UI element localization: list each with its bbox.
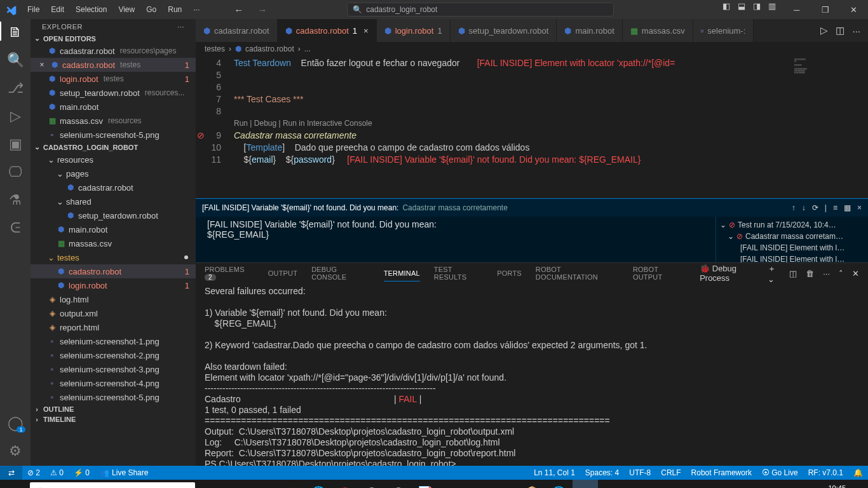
tab-problems[interactable]: PROBLEMS 2	[205, 262, 254, 285]
menu-file[interactable]: File	[22, 3, 44, 17]
open-editor-item[interactable]: ×⬢cadastro.robottestes1	[31, 58, 196, 72]
remote-explorer-icon[interactable]: 🖵	[8, 164, 22, 180]
app-icon[interactable]: ◎	[199, 480, 224, 488]
accounts-icon[interactable]: ◯1	[8, 415, 24, 431]
file-cadastrar[interactable]: ⬢cadastrar.robot	[31, 180, 196, 194]
tab-output[interactable]: OUTPUT	[268, 266, 297, 281]
status-ports[interactable]: ⚡ 0	[69, 468, 95, 477]
menu-run[interactable]: Run	[163, 3, 187, 17]
app-icon[interactable]: ◆	[466, 480, 491, 488]
debug-process-button[interactable]: 🐞 Debug Process	[700, 264, 759, 283]
app-icon[interactable]: ⬤	[386, 480, 411, 488]
folder-testes[interactable]: ⌄testes	[31, 250, 196, 264]
app-icon[interactable]: ▶	[439, 480, 465, 488]
tab-robot-doc[interactable]: ROBOT DOCUMENTATION	[536, 262, 619, 285]
menu-more[interactable]: ···	[188, 3, 205, 17]
file-cadastro[interactable]: ⬢cadastro.robot1	[31, 264, 196, 278]
outline-section[interactable]: ›OUTLINE	[31, 404, 196, 414]
peek-up-icon[interactable]: ↑	[792, 203, 796, 212]
maximize-icon[interactable]: ❐	[811, 1, 839, 18]
back-icon[interactable]: ←	[230, 2, 247, 18]
split-icon[interactable]: ◫	[836, 25, 844, 36]
robot-icon[interactable]: ᕮ	[10, 220, 20, 236]
search-icon[interactable]: 🔍	[7, 52, 24, 69]
open-editor-item[interactable]: ⬢setup_teardown.robotresources...	[31, 86, 196, 100]
menu-go[interactable]: Go	[141, 3, 161, 17]
tab-main[interactable]: ⬢main.robot	[557, 19, 622, 42]
status-eol[interactable]: CRLF	[656, 468, 686, 477]
tab-setup[interactable]: ⬢setup_teardown.robot	[451, 19, 557, 42]
split-terminal-icon[interactable]: ◫	[789, 269, 797, 278]
peek-refresh-icon[interactable]: ⟳	[812, 203, 818, 212]
tray-clock[interactable]: 10:4515/07/2024	[811, 484, 846, 488]
file-main[interactable]: ⬢main.robot	[31, 222, 196, 236]
status-errors[interactable]: ⊘ 2	[22, 468, 45, 477]
app-icon[interactable]: ◯	[332, 480, 358, 488]
layout-panel-right-icon[interactable]: ◨	[753, 1, 761, 18]
app-icon[interactable]: 🌐	[306, 480, 331, 488]
status-golive[interactable]: ⦿ Go Live	[757, 468, 803, 477]
file-screenshot[interactable]: ▫selenium-screenshot-3.png	[31, 362, 196, 376]
app-icon[interactable]: ◑	[226, 480, 251, 488]
breadcrumb[interactable]: testes› ⬢cadastro.robot› ...	[196, 42, 868, 56]
remote-button[interactable]: ⇄	[0, 466, 22, 480]
panel-maximize-icon[interactable]: ˄	[839, 269, 843, 278]
open-editor-item[interactable]: ▦massas.csvresources	[31, 114, 196, 128]
app-icon[interactable]: 📁	[279, 480, 304, 488]
tab-test-results[interactable]: TEST RESULTS	[434, 262, 483, 285]
code-editor[interactable]: 456 78 91011 Test Teardown Então fazer l…	[196, 56, 868, 198]
peek-down-icon[interactable]: ↓	[802, 203, 806, 212]
file-login[interactable]: ⬢login.robot1	[31, 278, 196, 292]
app-icon[interactable]: R	[492, 480, 518, 488]
status-bell-icon[interactable]: 🔔	[848, 468, 868, 477]
peek-results[interactable]: ⌄⊘Test run at 7/15/2024, 10:4… ⌄⊘Cadastr…	[715, 217, 868, 262]
open-editor-item[interactable]: ⬢main.robot	[31, 100, 196, 114]
status-liveshare[interactable]: 👥 Live Share	[95, 468, 153, 477]
settings-gear-icon[interactable]: ⚙	[9, 443, 22, 459]
file-output[interactable]: ◈output.xml	[31, 306, 196, 320]
file-screenshot[interactable]: ▫selenium-screenshot-5.png	[31, 390, 196, 404]
peek-list-icon[interactable]: ≡	[833, 203, 837, 212]
file-report[interactable]: ◈report.html	[31, 320, 196, 334]
status-spaces[interactable]: Spaces: 4	[580, 468, 624, 477]
file-massas[interactable]: ▦massas.csv	[31, 236, 196, 250]
tab-debug-console[interactable]: DEBUG CONSOLE	[311, 262, 369, 285]
project-section[interactable]: ⌄CADASTRO_LOGIN_ROBOT	[31, 142, 196, 152]
code-lens[interactable]: Run | Debug | Run in Interactive Console	[234, 118, 792, 130]
layout-panel-bottom-icon[interactable]: ⬓	[738, 1, 745, 18]
file-setup[interactable]: ⬢setup_teardown.robot	[31, 208, 196, 222]
minimap[interactable]: ████ ███████████████████████████████████…	[792, 56, 868, 198]
folder-resources[interactable]: ⌄resources	[31, 152, 196, 166]
more-icon[interactable]: ···	[852, 25, 860, 36]
app-icon[interactable]: 🌐	[546, 480, 571, 488]
menu-selection[interactable]: Selection	[71, 3, 112, 17]
run-debug-icon[interactable]: ▷	[10, 108, 21, 125]
app-icon[interactable]: 📝	[412, 480, 438, 488]
tab-login[interactable]: ⬢login.robot1	[377, 19, 451, 42]
app-icon[interactable]: ⬤	[359, 480, 384, 488]
folder-shared[interactable]: ⌄shared	[31, 194, 196, 208]
file-screenshot[interactable]: ▫selenium-screenshot-4.png	[31, 376, 196, 390]
menu-edit[interactable]: Edit	[46, 3, 69, 17]
tab-cadastrar[interactable]: ⬢cadastrar.robot	[196, 19, 278, 42]
tab-ports[interactable]: PORTS	[497, 266, 522, 281]
peek-close-icon[interactable]: ×	[857, 203, 862, 212]
open-editor-item[interactable]: ⬢cadastrar.robotresources\pages	[31, 44, 196, 58]
file-log[interactable]: ◈log.html	[31, 292, 196, 306]
app-icon[interactable]: ▣	[252, 480, 278, 488]
file-screenshot[interactable]: ▫selenium-screenshot-1.png	[31, 334, 196, 348]
terminal-output[interactable]: Several failures occurred: 1) Variable '…	[196, 283, 868, 466]
forward-icon[interactable]: →	[254, 2, 271, 18]
explorer-more-icon[interactable]: ···	[177, 23, 184, 30]
layout-panel-left-icon[interactable]: ◧	[722, 1, 730, 18]
app-icon[interactable]: ⧉	[573, 480, 598, 488]
status-language[interactable]: Robot Framework	[686, 468, 757, 477]
status-position[interactable]: Ln 11, Col 1	[529, 468, 580, 477]
status-warnings[interactable]: ⚠ 0	[45, 468, 69, 477]
open-editor-item[interactable]: ▫selenium-screenshot-5.png	[31, 128, 196, 142]
folder-pages[interactable]: ⌄pages	[31, 166, 196, 180]
taskbar-search[interactable]: 🔍 Pesquisar	[30, 482, 195, 488]
command-center[interactable]: 🔍 cadastro_login_robot	[347, 3, 614, 17]
tab-massas[interactable]: ▦massas.csv	[623, 19, 693, 42]
tab-cadastro[interactable]: ⬢cadastro.robot1×	[278, 19, 377, 42]
